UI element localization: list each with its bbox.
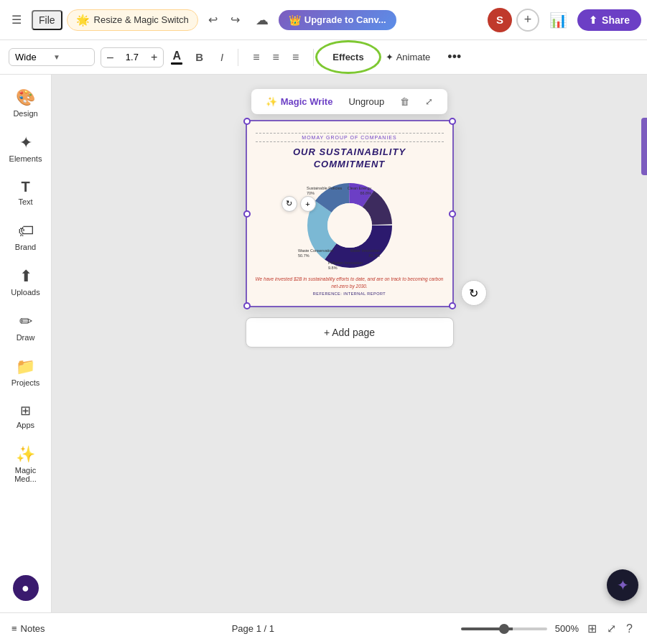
chart-add-button[interactable]: +	[300, 196, 316, 212]
resize-label: Resize & Magic Switch	[94, 14, 189, 25]
chart-label-sustainable: Sustainable Policies	[307, 186, 342, 190]
fullscreen-button[interactable]: ⤢	[604, 619, 619, 638]
sidebar-item-elements[interactable]: ✦ Elements	[3, 126, 49, 170]
magic-assistant-button[interactable]: ✦	[607, 569, 638, 601]
bold-button[interactable]: B	[190, 48, 209, 66]
canvas-area: ✨ Magic Write Ungroup 🗑 ⤢ MOMAY GROUP OF…	[52, 75, 647, 612]
delete-button[interactable]: 🗑	[394, 93, 415, 110]
resize-emoji: 🌟	[76, 14, 90, 27]
notes-icon: ≡	[11, 623, 17, 634]
resize-magic-switch-button[interactable]: 🌟 Resize & Magic Switch	[67, 9, 198, 31]
handle-mid-left[interactable]	[243, 210, 251, 218]
sidebar-item-apps[interactable]: ⊞ Apps	[3, 396, 49, 437]
svg-text:66.8%: 66.8%	[360, 191, 371, 195]
sidebar-avatar[interactable]: ●	[13, 575, 39, 601]
sidebar-item-uploads-label: Uploads	[11, 288, 39, 297]
refresh-button[interactable]: ↻	[461, 280, 487, 306]
sidebar-item-magic-med[interactable]: ✨ Magic Med...	[3, 438, 49, 490]
svg-point-6	[327, 203, 372, 248]
chart-label-waste: Waste Conservation	[298, 248, 333, 253]
font-name: Wide	[15, 52, 50, 62]
font-size-decrease-button[interactable]: –	[101, 48, 119, 67]
projects-icon: 📁	[16, 358, 35, 376]
chart-label-water: Water Innovation	[350, 248, 379, 253]
effects-button[interactable]: Effects	[322, 47, 373, 67]
handle-mid-right[interactable]	[449, 210, 456, 218]
share-icon: ⬆	[589, 14, 597, 26]
chart-overlay-icons: ↻ +	[281, 196, 316, 212]
notes-button[interactable]: ≡ Notes	[11, 623, 45, 634]
sidebar-item-brand[interactable]: 🏷 Brand	[3, 215, 49, 258]
font-selector[interactable]: Wide ▼	[9, 48, 95, 66]
animate-button[interactable]: ✦ Animate	[380, 49, 437, 65]
handle-top-right[interactable]	[449, 118, 456, 125]
sidebar-item-apps-label: Apps	[17, 421, 34, 429]
align-right-button[interactable]: ≡	[287, 47, 304, 68]
upgrade-crown-icon: 👑	[289, 14, 301, 26]
uploads-icon: ⬆	[19, 267, 32, 286]
font-size-increase-button[interactable]: +	[145, 48, 163, 67]
add-team-member-button[interactable]: +	[516, 9, 539, 32]
handle-bottom-right[interactable]	[449, 302, 456, 309]
text-color-button[interactable]: A	[169, 49, 184, 66]
magic-write-button[interactable]: ✨ Magic Write	[260, 93, 339, 110]
zoom-slider[interactable]	[461, 627, 547, 630]
sidebar-item-design-label: Design	[13, 109, 37, 118]
sidebar-avatar-icon: ●	[22, 581, 29, 596]
sidebar: 🎨 Design ✦ Elements T Text 🏷 Brand ⬆ Upl…	[0, 75, 52, 612]
redo-button[interactable]: ↪	[225, 9, 246, 31]
file-menu-button[interactable]: File	[32, 10, 62, 30]
sidebar-item-draw[interactable]: ✏ Draw	[3, 305, 49, 349]
undo-redo-group: ↩ ↪	[203, 9, 246, 31]
ungroup-button[interactable]: Ungroup	[343, 93, 390, 110]
floating-toolbar: ✨ Magic Write Ungroup 🗑 ⤢	[251, 89, 448, 114]
user-avatar[interactable]: S	[488, 8, 512, 32]
chart-label-pollution: Pollution Innovation	[328, 261, 363, 265]
sidebar-item-brand-label: Brand	[15, 243, 36, 251]
magic-write-label: Magic Write	[281, 96, 333, 107]
svg-text:81.7%: 81.7%	[368, 253, 380, 258]
undo-button[interactable]: ↩	[203, 9, 223, 31]
align-center-button[interactable]: ≡	[267, 47, 285, 68]
zoom-label: 500%	[553, 623, 579, 634]
bottom-bar: ≡ Notes Page 1 / 1 500% ⊞ ⤢ ?	[0, 612, 647, 644]
help-button[interactable]: ?	[623, 619, 636, 638]
animate-label: Animate	[396, 52, 431, 62]
card-reference: REFERENCE: INTERNAL REPORT	[256, 291, 444, 296]
share-button[interactable]: ⬆ Share	[577, 9, 641, 31]
chart-rotate-button[interactable]: ↻	[281, 196, 297, 212]
page-info: Page 1 / 1	[45, 623, 462, 634]
handle-bottom-left[interactable]	[243, 302, 251, 309]
share-label: Share	[602, 14, 630, 26]
sidebar-item-design[interactable]: 🎨 Design	[3, 81, 49, 125]
ungroup-label: Ungroup	[348, 96, 384, 107]
cloud-save-button[interactable]: ☁	[250, 8, 274, 32]
sidebar-item-elements-label: Elements	[9, 154, 42, 163]
upgrade-button[interactable]: 👑 Upgrade to Canv...	[279, 10, 396, 30]
text-toolbar: Wide ▼ – + A B I ≡ ≡ ≡ Effects ✦ Animate…	[0, 40, 647, 75]
align-left-button[interactable]: ≡	[247, 47, 265, 68]
more-options-button[interactable]: •••	[442, 47, 467, 67]
text-color-a-icon: A	[172, 50, 181, 62]
brand-icon: 🏷	[18, 222, 34, 241]
handle-top-left[interactable]	[243, 118, 251, 125]
add-page-button[interactable]: + Add page	[246, 317, 454, 347]
zoom-area: 500%	[461, 623, 579, 634]
expand-button[interactable]: ⤢	[419, 93, 439, 110]
sidebar-item-uploads[interactable]: ⬆ Uploads	[3, 260, 49, 304]
upgrade-label: Upgrade to Canv...	[304, 14, 386, 25]
donut-chart: Sustainable Policies 70% Clean Energy 66…	[292, 177, 407, 270]
divider	[238, 49, 238, 66]
sidebar-item-text[interactable]: T Text	[3, 172, 49, 213]
sidebar-item-text-label: Text	[18, 197, 32, 206]
card-body-text: We have invested $2B in sustainability e…	[256, 276, 444, 290]
trash-icon: 🗑	[400, 96, 409, 107]
stats-button[interactable]: 📊	[544, 7, 573, 33]
sidebar-item-projects[interactable]: 📁 Projects	[3, 350, 49, 394]
italic-button[interactable]: I	[215, 48, 229, 66]
grid-view-button[interactable]: ⊞	[585, 619, 600, 638]
sidebar-item-projects-label: Projects	[11, 378, 40, 387]
font-size-input[interactable]	[119, 52, 145, 62]
right-panel-accent	[641, 118, 647, 175]
menu-button[interactable]: ☰	[6, 9, 27, 31]
